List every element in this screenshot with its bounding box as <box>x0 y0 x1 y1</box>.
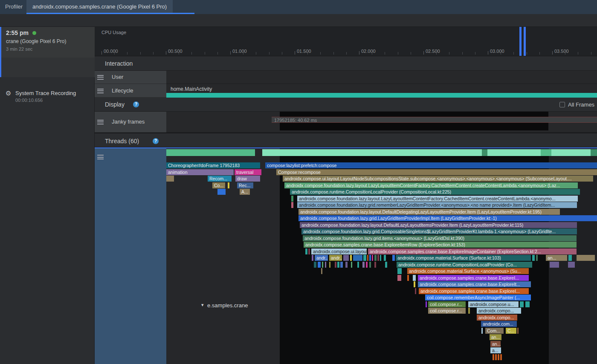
flame-bar[interactable] <box>321 268 322 274</box>
flame-bar[interactable] <box>536 255 538 261</box>
flame-bar[interactable] <box>335 262 336 268</box>
thread-state-segment[interactable] <box>591 149 597 156</box>
help-icon[interactable]: ? <box>133 101 139 107</box>
user-track[interactable] <box>166 71 597 84</box>
flame-bar[interactable] <box>369 262 371 268</box>
thread-label-panel[interactable]: ▾ e.samples.crane <box>95 148 166 364</box>
flame-bar[interactable] <box>517 328 519 334</box>
flame-bar[interactable]: androidx.compose.samples.crane.base.Expl… <box>368 248 577 254</box>
all-frames-checkbox[interactable] <box>559 102 565 107</box>
flame-bar[interactable]: androidx.compose.ui.layout.LayoutNodeSub… <box>283 176 593 182</box>
flame-bar[interactable] <box>305 248 307 254</box>
flame-bar[interactable]: andr... <box>329 255 342 261</box>
flame-bar[interactable]: androidx.compose.foundation.lazy.grid.re… <box>297 202 577 208</box>
flame-bar[interactable] <box>351 262 352 268</box>
tab-session[interactable]: androidx.compose.samples.crane (Google P… <box>26 0 173 14</box>
all-frames-label[interactable]: All Frames <box>568 101 594 108</box>
flame-bar[interactable]: androidx.compose.foundation.lazy.grid.Co… <box>301 228 577 234</box>
flame-bar[interactable]: Co... <box>212 182 225 188</box>
flame-bar[interactable]: androidx.compose.samples.crane.base.Expl… <box>419 288 529 294</box>
flame-bar[interactable] <box>525 301 530 307</box>
flame-bar[interactable] <box>350 255 352 261</box>
flame-bar[interactable]: androidx.compose.u... <box>468 301 519 307</box>
flame-bar[interactable]: a... <box>490 347 501 353</box>
flame-bar[interactable]: Recom... <box>208 176 232 182</box>
flame-bar[interactable] <box>377 255 379 261</box>
flame-bar[interactable] <box>374 255 377 261</box>
flame-bar[interactable] <box>363 255 366 261</box>
flame-bar[interactable] <box>367 255 368 261</box>
flame-bar[interactable]: androidx.compose.material.Surface (Surfa… <box>396 255 531 261</box>
thread-state-segment[interactable] <box>166 149 255 156</box>
flame-bar[interactable] <box>369 255 371 261</box>
thread-state-segment[interactable] <box>551 149 591 156</box>
thread-state-segment[interactable] <box>262 149 482 156</box>
flame-bar[interactable] <box>498 354 499 360</box>
flame-bar[interactable] <box>343 255 349 261</box>
flame-bar[interactable] <box>228 182 229 188</box>
flame-bar[interactable]: compose:lazylist:prefetch:compose <box>265 162 597 168</box>
flame-bar[interactable]: androidx.compose.runtime.CompositionLoca… <box>397 262 532 268</box>
flame-bar[interactable] <box>318 262 321 268</box>
flame-bar[interactable] <box>532 255 535 261</box>
flame-bar[interactable] <box>312 255 313 261</box>
flame-bar[interactable] <box>337 262 339 268</box>
lifecycle-track-label-panel[interactable]: Lifecycle <box>95 84 166 98</box>
flame-bar[interactable] <box>291 196 293 202</box>
drag-handle-icon[interactable] <box>97 75 104 80</box>
flame-bar[interactable] <box>500 354 502 360</box>
flame-bar[interactable] <box>568 255 572 261</box>
flame-bar[interactable] <box>374 262 376 268</box>
flame-bar[interactable]: Rec... <box>237 182 253 188</box>
flame-bar[interactable] <box>291 202 293 208</box>
flame-bar[interactable] <box>353 255 362 261</box>
flame-bar[interactable]: androidx.compose.foundation.lazy.grid.La… <box>298 215 597 221</box>
janky-frames-track-label-panel[interactable]: Janky frames <box>95 112 166 133</box>
flame-bar[interactable]: androidx.compose.ui.layout.m... <box>311 248 367 254</box>
flame-bar[interactable] <box>384 255 386 261</box>
flame-bar[interactable] <box>392 255 395 261</box>
flame-bar[interactable]: androidx.compose.foundation.lazy.layout.… <box>297 196 578 202</box>
flame-bar[interactable] <box>468 308 470 314</box>
flame-bar[interactable] <box>577 255 595 261</box>
flame-bar[interactable]: C... <box>506 328 516 334</box>
flame-bar[interactable]: androidx.compose.samples.crane.base.Expl… <box>418 281 531 287</box>
flame-bar[interactable]: coil.compose.r... <box>428 308 466 314</box>
flame-bar[interactable] <box>340 262 343 268</box>
flame-bar[interactable]: Compose:recompose <box>276 169 597 175</box>
flame-bar[interactable] <box>426 301 427 307</box>
flame-bar[interactable] <box>362 262 365 268</box>
flame-bar[interactable] <box>385 262 387 268</box>
flame-bar[interactable] <box>345 262 348 268</box>
flame-bar[interactable]: A... <box>240 189 250 195</box>
flame-bar[interactable] <box>372 255 373 261</box>
flame-bar[interactable] <box>415 288 416 294</box>
chevron-down-icon[interactable]: ▾ <box>201 302 204 308</box>
lifecycle-event-bar[interactable] <box>166 93 597 98</box>
flame-bar[interactable] <box>166 176 174 182</box>
flame-bar[interactable] <box>357 262 359 268</box>
flame-bar[interactable] <box>568 262 575 268</box>
flame-bar[interactable]: androidx.compose.foundation.lazy.layout.… <box>300 222 577 228</box>
flame-bar[interactable] <box>397 268 402 274</box>
flame-bar[interactable]: coil.compose.rememberAsyncImagePainter (… <box>425 295 531 300</box>
flame-bar[interactable]: androidx.compose.runtime.CompositionLoca… <box>290 189 580 195</box>
thread-state-segment[interactable] <box>487 149 541 156</box>
flame-bar[interactable] <box>413 275 416 281</box>
flame-bar[interactable] <box>397 275 401 281</box>
flame-bar[interactable] <box>495 354 497 360</box>
recording-list-item[interactable]: ⚙ System Trace Recording 00:00:10.656 <box>0 58 95 77</box>
flame-bar[interactable]: androidx.compo... <box>477 315 517 321</box>
flame-bar[interactable]: Choreographer#doFrame 17952183 <box>166 162 260 168</box>
flame-bar[interactable] <box>217 189 226 195</box>
thread-state-segment[interactable] <box>541 149 551 156</box>
drag-handle-icon[interactable] <box>97 155 104 159</box>
flame-bar[interactable]: androidx.compose.foundation.lazy.layout.… <box>298 209 560 215</box>
flame-bar[interactable]: an... <box>490 334 501 340</box>
flame-bar[interactable]: animation <box>166 169 234 175</box>
flame-bar[interactable]: androidx.compose.samples.crane.base.Expl… <box>304 242 577 248</box>
flame-bar[interactable] <box>366 262 368 268</box>
flame-bar[interactable] <box>493 354 494 360</box>
flame-bar[interactable] <box>329 262 330 268</box>
flame-bar[interactable] <box>414 281 415 287</box>
